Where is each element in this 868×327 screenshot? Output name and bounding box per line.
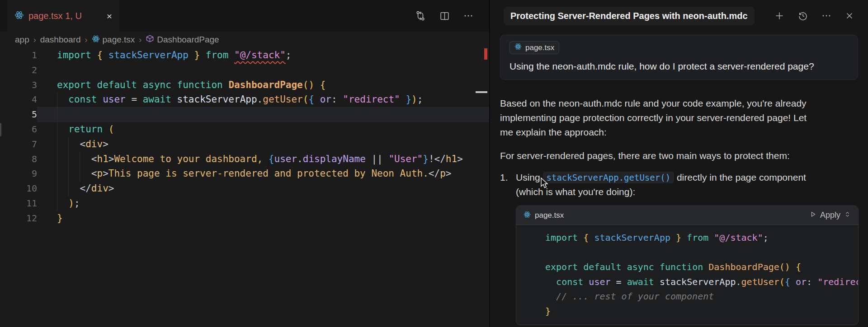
code-line: 9 <p>This page is server-rendered and pr… (0, 166, 489, 181)
code-line: const user = await stackServerApp.getUse… (525, 275, 858, 290)
breadcrumb-file[interactable]: page.tsx (92, 35, 135, 45)
ordered-list-item: 1. Using stackServerApp.getUser() direct… (500, 170, 858, 199)
user-message-card: page.tsx Using the neon-auth.mdc rule, h… (500, 35, 858, 80)
apply-button[interactable]: Apply (810, 210, 851, 220)
indent-guide (57, 92, 57, 211)
breadcrumb-separator: › (139, 35, 142, 45)
line-number: 8 (0, 152, 37, 167)
tab-close-icon[interactable]: × (107, 11, 112, 21)
line-number: 7 (0, 137, 37, 152)
file-chip[interactable]: page.tsx (509, 41, 559, 54)
code-line: 6 return ( (0, 122, 489, 137)
code-line: 4 const user = await stackServerApp.getU… (0, 92, 489, 107)
editor-actions (415, 0, 474, 32)
breadcrumb-separator: › (85, 35, 88, 45)
code-line: export default async function DashboardP… (525, 260, 858, 275)
symbol-class-icon (146, 34, 154, 45)
code-block-filename: page.tsx (535, 211, 564, 220)
breadcrumb-dashboard[interactable]: dashboard (40, 35, 81, 45)
overview-ruler-error-marker (484, 48, 487, 60)
code-line: } (525, 304, 858, 319)
assistant-message: Based on the neon-auth.mdc rule and your… (500, 96, 858, 199)
chat-header-icons (774, 10, 854, 21)
history-icon[interactable] (797, 10, 808, 21)
assistant-paragraph: Based on the neon-auth.mdc rule and your… (500, 96, 819, 140)
editor-code[interactable]: 1import { stackServerApp } from "@/stack… (0, 48, 489, 226)
indent-guide (80, 152, 80, 182)
line-number: 10 (0, 181, 37, 196)
breadcrumb-app[interactable]: app (15, 35, 29, 45)
line-number: 5 (0, 107, 37, 122)
code-line: 8 <h1>Welcome to your dashboard, {user.d… (0, 152, 489, 167)
code-line: 7 <div> (0, 137, 489, 152)
chat-header: Protecting Server-Rendered Pages with ne… (490, 0, 868, 32)
code-block-body: import { stackServerApp } from "@/stack"… (516, 225, 858, 325)
tab-label: page.tsx 1, U (28, 11, 82, 21)
chat-panel: Protecting Server-Rendered Pages with ne… (490, 0, 868, 327)
list-item-text: Using stackServerApp.getUser() directly … (516, 170, 819, 199)
list-number: 1. (500, 170, 516, 199)
code-line (525, 245, 858, 260)
react-icon (14, 10, 24, 22)
line-number: 12 (0, 211, 37, 226)
indent-guide (68, 137, 69, 196)
react-icon (92, 35, 100, 45)
close-panel-icon[interactable] (844, 11, 854, 21)
file-chip-label: page.tsx (525, 43, 554, 52)
breadcrumb-symbol[interactable]: DashboardPage (146, 34, 219, 45)
code-block-header: page.tsx Apply (516, 206, 858, 225)
code-line: 5 (0, 107, 489, 122)
code-line: 12} (0, 211, 489, 226)
code-line: 10 </div> (0, 181, 489, 196)
new-chat-icon[interactable] (774, 10, 785, 21)
more-options-icon[interactable] (821, 10, 832, 21)
line-number: 1 (0, 48, 37, 63)
breadcrumb-separator: › (33, 35, 36, 45)
editor-pane: page.tsx 1, U × app › dashboard › (0, 0, 489, 327)
expand-icon[interactable] (844, 210, 851, 220)
code-line: 1import { stackServerApp } from "@/stack… (0, 48, 489, 63)
line-number: 2 (0, 63, 37, 78)
line-number: 9 (0, 166, 37, 181)
code-line: // ... rest of your component (525, 289, 858, 304)
left-edge-scroll-hint (0, 123, 1, 136)
play-icon (810, 210, 816, 220)
line-number: 3 (0, 78, 37, 93)
react-icon (514, 43, 522, 52)
chat-code-block: page.tsx Apply import { stackServerApp }… (516, 206, 859, 325)
split-editor-icon[interactable] (439, 10, 450, 22)
user-question: Using the neon-auth.mdc rule, how do I p… (509, 60, 849, 72)
open-changes-icon[interactable] (415, 10, 426, 22)
line-number: 4 (0, 92, 37, 107)
assistant-paragraph: For server-rendered pages, there are two… (500, 149, 819, 163)
breadcrumb: app › dashboard › page.tsx › DashboardPa… (0, 32, 489, 48)
code-line: 3export default async function Dashboard… (0, 78, 489, 93)
overview-ruler-cursor-marker (476, 91, 487, 93)
tab-page-tsx[interactable]: page.tsx 1, U × (7, 0, 119, 32)
line-number: 6 (0, 122, 37, 137)
code-line: import { stackServerApp } from "@/stack"… (525, 230, 858, 245)
code-line: 11 ); (0, 196, 489, 211)
app-window: page.tsx 1, U × app › dashboard › (0, 0, 868, 327)
code-line: 2 (0, 63, 489, 78)
inline-code: stackServerApp.getUser() (543, 172, 675, 183)
chat-title: Protecting Server-Rendered Pages with ne… (504, 7, 755, 25)
react-icon (524, 211, 531, 220)
editor-tab-bar: page.tsx 1, U × (0, 0, 489, 32)
line-number: 11 (0, 196, 37, 211)
more-actions-icon[interactable] (463, 10, 474, 21)
